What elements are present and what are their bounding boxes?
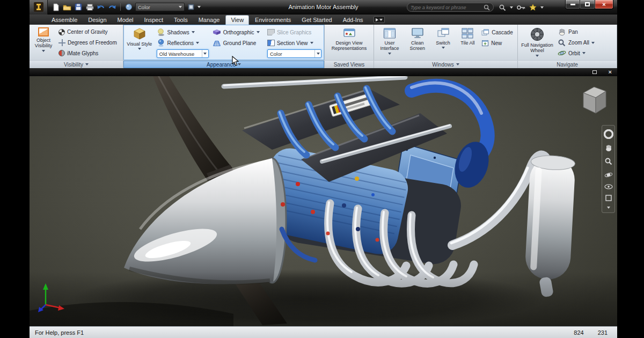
orbit-button[interactable]: Orbit	[557, 48, 612, 58]
slice-graphics-button[interactable]: Slice Graphics	[266, 27, 323, 38]
object-visibility-icon	[38, 27, 49, 36]
zoom-all-button[interactable]: Zoom All	[557, 38, 612, 48]
reflections-icon	[157, 39, 165, 47]
viewport-3d[interactable]: ×	[30, 68, 617, 326]
navigation-bar	[602, 125, 615, 213]
ribbon-panel-titles: Visibility Appearance Saved Views Window…	[30, 60, 617, 68]
cascade-button[interactable]: Cascade	[480, 27, 516, 38]
clean-screen-icon	[411, 27, 424, 39]
key-icon[interactable]	[517, 5, 525, 10]
ribbon-group-visibility: Object Visibility Center of Gravity Degr…	[30, 25, 123, 60]
chevron-down-icon[interactable]	[197, 6, 201, 8]
shadows-button[interactable]: Shadows	[156, 27, 210, 38]
user-interface-button[interactable]: User Interface	[376, 26, 404, 58]
degrees-of-freedom-button[interactable]: Degrees of Freedom	[57, 38, 118, 48]
new-window-button[interactable]: New	[480, 38, 516, 48]
orthographic-button[interactable]: Orthographic	[211, 27, 265, 38]
orbit-icon[interactable]	[604, 171, 613, 179]
zoom-icon[interactable]	[604, 157, 613, 166]
object-visibility-button[interactable]: Object Visibility	[31, 26, 56, 58]
search-options-icon[interactable]	[499, 4, 506, 11]
ribbon-display-toggle-icon[interactable]	[374, 16, 385, 23]
look-at-eye-icon[interactable]	[604, 184, 613, 189]
document-close-icon[interactable]: ×	[609, 69, 612, 75]
help-search-box[interactable]	[407, 3, 494, 12]
chevron-down-icon	[42, 50, 45, 52]
tab-add-ins[interactable]: Add-Ins	[338, 16, 368, 25]
tab-design[interactable]: Design	[83, 16, 111, 25]
document-restore-icon[interactable]	[592, 70, 597, 74]
chevron-down-icon[interactable]	[540, 6, 544, 9]
quick-access-toolbar: Color	[51, 3, 201, 12]
search-icon	[484, 4, 490, 11]
chevron-down-icon	[138, 48, 141, 50]
open-folder-icon[interactable]	[62, 3, 72, 12]
combo-arrow[interactable]	[202, 50, 208, 57]
color-combo[interactable]: Color	[267, 49, 321, 58]
center-of-gravity-button[interactable]: Center of Gravity	[57, 27, 118, 38]
color-combo-value: Color	[270, 51, 282, 57]
pan-button[interactable]: Pan	[557, 27, 612, 38]
shadows-icon	[157, 28, 165, 36]
full-navigation-wheel-button[interactable]: Full Navigation Wheel	[519, 26, 555, 58]
panel-title-appearance[interactable]: Appearance	[123, 61, 325, 68]
new-document-icon[interactable]	[51, 3, 61, 12]
pan-hand-icon[interactable]	[604, 144, 613, 152]
status-bar: For Help, press F1 824 231	[30, 326, 617, 338]
design-view-representations-button[interactable]: Design View Representations	[328, 26, 371, 58]
close-button[interactable]: ×	[595, 0, 613, 9]
ribbon: Object Visibility Center of Gravity Degr…	[30, 25, 617, 60]
engine-3d-render	[30, 68, 617, 326]
combo-arrow[interactable]	[314, 50, 321, 57]
zoom-icon	[558, 39, 566, 47]
chevron-down-icon	[582, 52, 586, 54]
chevron-down-icon[interactable]	[510, 6, 513, 9]
redo-icon[interactable]	[107, 3, 117, 12]
tile-all-button[interactable]: Tile All	[456, 26, 479, 58]
panel-title-visibility[interactable]: Visibility	[30, 61, 123, 68]
coordinate-y: 231	[598, 329, 608, 336]
ribbon-group-saved-views: Design View Representations	[325, 25, 374, 60]
search-input[interactable]	[411, 5, 481, 10]
chevron-down-icon[interactable]	[607, 207, 610, 209]
tab-tools[interactable]: Tools	[169, 16, 193, 25]
panel-title-saved-views[interactable]: Saved Views	[325, 61, 374, 68]
cascade-icon	[481, 29, 489, 36]
view-cube[interactable]	[578, 84, 609, 117]
tab-assemble[interactable]: Assemble	[47, 16, 82, 25]
switch-windows-button[interactable]: Switch	[431, 26, 455, 58]
ground-plane-button[interactable]: Ground Plane	[211, 38, 265, 48]
imate-glyphs-button[interactable]: iMate Glyphs	[57, 48, 118, 58]
panel-title-windows[interactable]: Windows	[374, 61, 518, 68]
application-menu-button[interactable]	[30, 0, 48, 14]
save-icon[interactable]	[74, 3, 83, 12]
navigation-wheel-icon	[530, 27, 544, 41]
tab-inspect[interactable]: Inspect	[140, 16, 168, 25]
maximize-button[interactable]	[580, 0, 595, 9]
minimize-button[interactable]	[565, 0, 580, 9]
adjust-icon[interactable]	[186, 3, 196, 12]
panel-title-navigate[interactable]: Navigate	[518, 61, 617, 68]
inventor-logo-icon	[34, 2, 43, 12]
visual-style-button[interactable]: Visual Style	[125, 26, 154, 58]
undo-icon[interactable]	[96, 3, 106, 12]
navigation-wheel-icon[interactable]	[604, 129, 613, 139]
appearance-color-combo[interactable]: Color	[135, 3, 185, 11]
print-icon[interactable]	[85, 3, 94, 12]
appearance-style-combo[interactable]: Old Warehouse	[157, 49, 209, 58]
tab-model[interactable]: Model	[113, 16, 138, 25]
tile-all-icon	[461, 27, 474, 39]
tab-manage[interactable]: Manage	[194, 16, 225, 25]
clean-screen-button[interactable]: Clean Screen	[405, 26, 430, 58]
chevron-down-icon	[442, 47, 445, 49]
degrees-of-freedom-icon	[58, 39, 65, 46]
tab-environments[interactable]: Environments	[250, 16, 296, 25]
section-view-button[interactable]: Section View	[266, 38, 323, 48]
tab-view[interactable]: View	[225, 15, 249, 25]
view-box-icon[interactable]	[605, 194, 612, 202]
favorites-star-icon[interactable]	[529, 4, 537, 11]
tab-get-started[interactable]: Get Started	[297, 16, 336, 25]
orthographic-icon	[213, 29, 221, 35]
material-sphere-icon[interactable]	[124, 3, 134, 12]
reflections-button[interactable]: Reflections	[156, 38, 210, 48]
